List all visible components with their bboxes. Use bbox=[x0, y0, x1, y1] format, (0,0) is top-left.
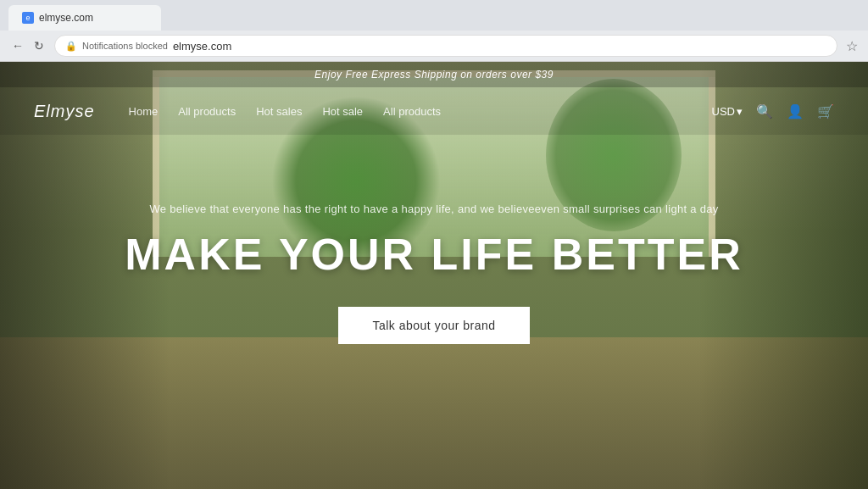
nav-all-products-2[interactable]: All products bbox=[383, 105, 441, 118]
currency-arrow: ▾ bbox=[737, 105, 743, 118]
search-icon[interactable]: 🔍 bbox=[756, 103, 773, 119]
logo[interactable]: Elmyse bbox=[34, 102, 95, 121]
security-label: Notifications blocked bbox=[82, 41, 168, 51]
navbar: Elmyse Home All products Hot sales Hot s… bbox=[0, 87, 868, 135]
hero-title: MAKE YOUR LIFE BETTER bbox=[125, 229, 743, 280]
nav-all-products-1[interactable]: All products bbox=[178, 105, 236, 118]
hero-content: We believe that everyone has the right t… bbox=[0, 135, 868, 344]
promo-text: Enjoy Free Express Shipping on orders ov… bbox=[314, 69, 554, 81]
back-button[interactable]: ← bbox=[8, 37, 27, 54]
nav-hot-sale[interactable]: Hot sale bbox=[322, 105, 363, 118]
address-bar[interactable]: 🔒 Notifications blocked elmyse.com bbox=[54, 35, 837, 57]
browser-titlebar: ← ↻ 🔒 Notifications blocked elmyse.com ☆ bbox=[0, 31, 868, 61]
user-icon[interactable]: 👤 bbox=[787, 103, 804, 119]
nav-home[interactable]: Home bbox=[129, 105, 159, 118]
currency-label: USD bbox=[712, 105, 735, 118]
hero-subtitle: We believe that everyone has the right t… bbox=[149, 203, 718, 215]
browser-nav-arrows: ← ↻ bbox=[8, 37, 47, 54]
browser-tab-bar: e elmyse.com bbox=[0, 0, 868, 31]
nav-actions: USD ▾ 🔍 👤 🛒 bbox=[712, 103, 834, 119]
tab-favicon: e bbox=[22, 12, 34, 24]
cart-icon[interactable]: 🛒 bbox=[817, 103, 834, 119]
promo-banner: Enjoy Free Express Shipping on orders ov… bbox=[0, 62, 868, 87]
currency-selector[interactable]: USD ▾ bbox=[712, 105, 743, 118]
lock-icon: 🔒 bbox=[65, 41, 77, 52]
browser-tab[interactable]: e elmyse.com bbox=[8, 5, 161, 31]
nav-links: Home All products Hot sales Hot sale All… bbox=[129, 105, 712, 118]
url-display: elmyse.com bbox=[173, 40, 231, 53]
refresh-button[interactable]: ↻ bbox=[31, 37, 47, 54]
browser-chrome: e elmyse.com ← ↻ 🔒 Notifications blocked… bbox=[0, 0, 868, 62]
page-content: Enjoy Free Express Shipping on orders ov… bbox=[0, 62, 868, 489]
bookmark-button[interactable]: ☆ bbox=[844, 36, 860, 56]
cta-button[interactable]: Talk about your brand bbox=[338, 307, 529, 344]
tab-title: elmyse.com bbox=[39, 12, 93, 24]
nav-hot-sales[interactable]: Hot sales bbox=[256, 105, 302, 118]
